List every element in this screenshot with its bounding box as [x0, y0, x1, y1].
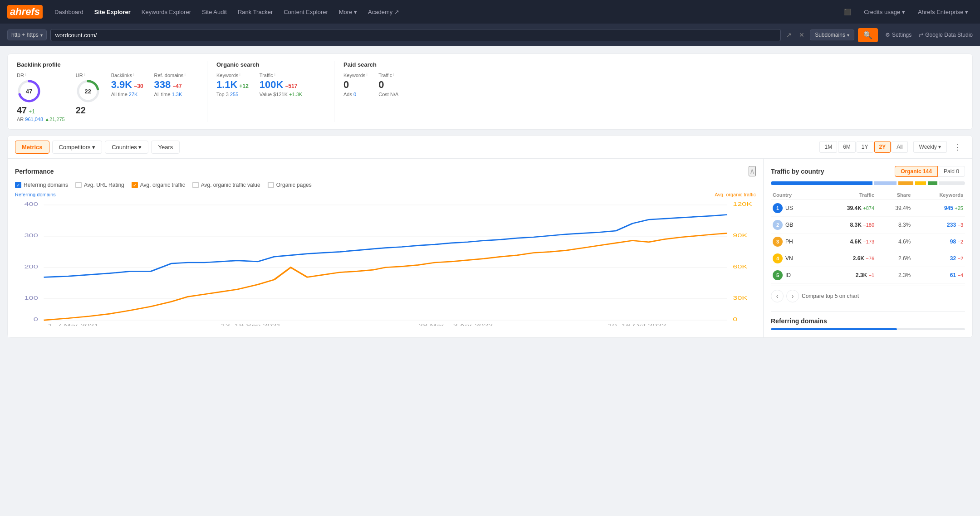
- backlinks-label: Backlinks: [111, 73, 132, 78]
- left-axis-label: Referring domains: [15, 192, 56, 197]
- organic-traffic-info-icon[interactable]: ⁱ: [274, 73, 275, 78]
- organic-kw-label: Keywords: [216, 73, 238, 78]
- cb-avg-url-rating-box: [75, 182, 82, 188]
- organic-kw-sub: Top 3 255: [216, 92, 249, 97]
- ref-domains-alltime-link[interactable]: 1.3K: [172, 92, 182, 97]
- organic-traffic-value: 100K −517: [260, 79, 302, 91]
- rank-badge-1: 1: [773, 203, 783, 213]
- cb-avg-traffic-value-box: [192, 182, 199, 188]
- ref-domains-info-icon[interactable]: ⁱ: [185, 73, 186, 78]
- prev-page-button[interactable]: ‹: [771, 290, 784, 302]
- nav-site-audit[interactable]: Site Audit: [197, 6, 231, 18]
- dr-info-icon[interactable]: ⁱ: [25, 73, 26, 78]
- logo[interactable]: ahrefs: [7, 5, 43, 19]
- organic-traffic-metric: Traffic ⁱ 100K −517 Value $121K +1.3K: [260, 73, 302, 97]
- backlinks-alltime-link[interactable]: 27K: [129, 92, 138, 97]
- country-cell: 4 VN: [771, 250, 817, 267]
- collapse-button[interactable]: ∧: [749, 166, 756, 176]
- share-cell-vn: 2.6%: [876, 250, 912, 267]
- google-data-studio-button[interactable]: ⇄ Google Data Studio: [919, 32, 973, 38]
- settings-button[interactable]: ⚙ Settings: [882, 30, 915, 40]
- checkboxes-row: ✓ Referring domains Avg. URL Rating ✓ Av…: [15, 182, 756, 188]
- bar-seg-ph: [898, 181, 913, 185]
- col-traffic: Traffic: [817, 190, 876, 200]
- tab-competitors[interactable]: Competitors ▾: [52, 141, 103, 154]
- paid-kw-label: Keywords: [343, 73, 365, 78]
- ur-info-icon[interactable]: ⁱ: [84, 73, 85, 78]
- nav-content-explorer[interactable]: Content Explorer: [279, 6, 333, 18]
- tbc-tab-group: Organic 144 Paid 0: [895, 166, 965, 177]
- url-input[interactable]: [50, 29, 781, 41]
- dr-value: 47: [26, 88, 32, 95]
- paid-traffic-metric: Traffic ⁱ 0 Cost N/A: [378, 73, 398, 97]
- dr-label: DR: [17, 73, 24, 78]
- cb-avg-traffic-value[interactable]: Avg. organic traffic value: [192, 182, 260, 188]
- paid-traffic-info-icon[interactable]: ⁱ: [393, 73, 394, 78]
- time-1m[interactable]: 1M: [819, 141, 837, 153]
- nav-credits-usage[interactable]: Credits usage ▾: [859, 6, 910, 18]
- subdomain-selector[interactable]: Subdomains ▾: [810, 29, 854, 40]
- next-page-button[interactable]: ›: [786, 290, 799, 302]
- protocol-dropdown-arrow: ▾: [40, 33, 43, 38]
- more-options-button[interactable]: ⋮: [950, 140, 965, 154]
- traffic-cell-ph: 4.6K −173: [817, 234, 876, 250]
- search-button[interactable]: 🔍: [858, 28, 878, 42]
- tab-countries[interactable]: Countries ▾: [105, 141, 148, 154]
- organic-kw-top3-link[interactable]: 255: [230, 92, 238, 97]
- nav-site-explorer[interactable]: Site Explorer: [90, 6, 135, 18]
- nav-monitor-icon[interactable]: ⬛: [839, 6, 856, 18]
- paid-ads-link[interactable]: 0: [353, 92, 356, 97]
- nav-dashboard[interactable]: Dashboard: [50, 6, 88, 18]
- tab-metrics[interactable]: Metrics: [15, 141, 49, 154]
- nav-account[interactable]: Ahrefs Enterprise ▾: [913, 6, 973, 18]
- ur-number: 22: [76, 105, 86, 116]
- organic-kw-info-icon[interactable]: ⁱ: [240, 73, 240, 78]
- traffic-cell-id: 2.3K −1: [817, 267, 876, 284]
- paid-keywords-metric: Keywords ⁱ 0 Ads 0: [343, 73, 368, 97]
- cb-avg-url-rating[interactable]: Avg. URL Rating: [75, 182, 124, 188]
- cb-avg-traffic-value-label: Avg. organic traffic value: [201, 182, 260, 188]
- time-1y[interactable]: 1Y: [857, 141, 873, 153]
- dr-gauge: 47: [17, 79, 41, 103]
- time-6m[interactable]: 6M: [838, 141, 856, 153]
- tbc-tab-organic[interactable]: Organic 144: [895, 166, 938, 177]
- nav-keywords-explorer[interactable]: Keywords Explorer: [137, 6, 196, 18]
- time-all[interactable]: All: [892, 141, 907, 153]
- cb-avg-organic-traffic[interactable]: ✓ Avg. organic traffic: [132, 182, 185, 188]
- dr-number: 47: [17, 105, 27, 116]
- tbc-tab-paid[interactable]: Paid 0: [938, 166, 965, 177]
- protocol-selector[interactable]: http + https ▾: [7, 29, 47, 40]
- content-row: Performance ∧ ✓ Referring domains Avg. U…: [8, 159, 972, 337]
- share-cell-gb: 8.3%: [876, 217, 912, 234]
- cb-avg-organic-traffic-box: ✓: [132, 182, 138, 188]
- svg-text:60K: 60K: [733, 264, 747, 270]
- backlinks-info-icon[interactable]: ⁱ: [133, 73, 134, 78]
- overview-card: Backlink profile DR ⁱ 47: [7, 54, 973, 130]
- paid-kw-info-icon[interactable]: ⁱ: [367, 73, 368, 78]
- clear-url-button[interactable]: ✕: [797, 29, 806, 40]
- paid-kw-value: 0: [343, 79, 368, 91]
- kw-cell-id: 61 −4: [912, 267, 965, 284]
- cb-organic-pages[interactable]: Organic pages: [268, 182, 312, 188]
- open-url-button[interactable]: ↗: [784, 29, 794, 40]
- tab-years[interactable]: Years: [151, 141, 180, 154]
- country-name-vn: VN: [785, 255, 793, 262]
- ref-domains-value: 338 −47: [154, 79, 186, 91]
- country-cell: 1 US: [771, 200, 817, 217]
- cb-organic-pages-box: [268, 182, 274, 188]
- ref-domains-bar: [771, 328, 965, 330]
- svg-text:30K: 30K: [733, 295, 747, 301]
- country-cell: 2 GB: [771, 217, 817, 234]
- ur-label: UR: [76, 73, 83, 78]
- country-name-id: ID: [785, 272, 791, 278]
- period-selector[interactable]: Weekly ▾: [913, 141, 947, 153]
- traffic-by-country-card: Traffic by country Organic 144 Paid 0: [771, 166, 965, 306]
- nav-more[interactable]: More ▾: [334, 6, 362, 18]
- time-2y[interactable]: 2Y: [874, 141, 891, 153]
- nav-academy[interactable]: Academy ↗: [363, 6, 404, 18]
- bar-seg-id: [928, 181, 937, 185]
- bar-seg-vn: [915, 181, 926, 185]
- cb-referring-domains[interactable]: ✓ Referring domains: [15, 182, 68, 188]
- kw-cell-us: 945 +25: [912, 200, 965, 217]
- nav-rank-tracker[interactable]: Rank Tracker: [233, 6, 277, 18]
